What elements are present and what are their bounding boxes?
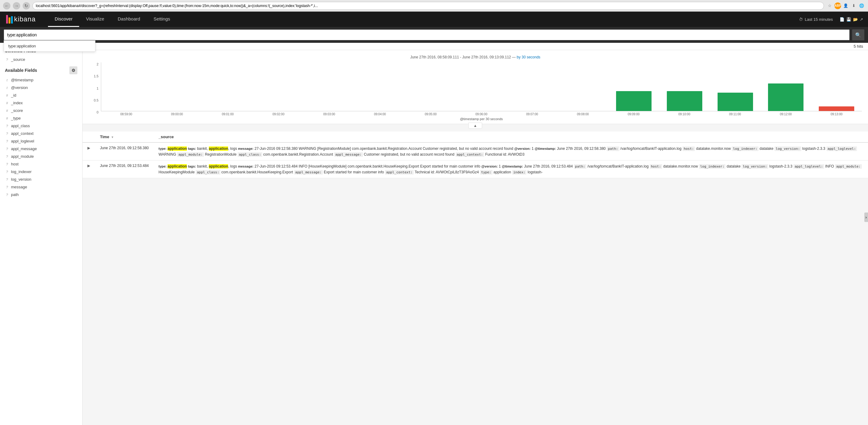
table-col-time[interactable]: Time ▾ [95,131,153,143]
x-label-6: 09:05:00 [405,113,456,116]
search-input[interactable] [4,29,850,40]
search-row: 🔍 [4,29,864,40]
field-id[interactable]: # _id [0,91,82,99]
field-host[interactable]: ? host [0,160,82,168]
right-collapse-button[interactable]: › [864,212,868,222]
ext-icon-3[interactable]: 🌐 [858,2,865,9]
field-version[interactable]: t @version [0,84,82,91]
abp-icon[interactable]: ABP [834,2,841,9]
logo-bar-pink [6,15,8,24]
field-appl-loglevel[interactable]: ? appl_loglevel [0,137,82,145]
field-name: _score [11,108,23,113]
chart-bar-col-13 [761,62,811,111]
chart-date-range: June 27th 2016, 08:58:09.111 - June 27th… [410,55,516,59]
field-name: appl_module [11,154,34,159]
chart-bar-10[interactable] [616,91,652,111]
y-label-0-5: 0.5 [94,98,98,102]
chart-bar-14[interactable] [819,107,854,111]
url-bar[interactable] [32,2,824,10]
field-message[interactable]: ? message [0,183,82,191]
table-header-row: Time ▾ _source [83,131,868,143]
table-row: ▶ June 27th 2016, 09:12:53.484 type: app… [83,160,868,178]
x-label-0: 08:59:00 [101,113,152,116]
sort-icon: ▾ [112,135,113,139]
kibana-logo: kibana [0,11,42,27]
field-name: log_version [11,177,31,182]
field-index[interactable]: # _index [0,99,82,107]
field-type[interactable]: # _type [0,114,82,122]
source-cell-1: type: application tags: bankit, applicat… [153,160,868,178]
tab-visualize[interactable]: Visualize [79,11,111,27]
field-appl-class[interactable]: ? appl_class [0,122,82,130]
chart-y-axis: 2 1.5 1 0.5 0 [89,62,101,121]
chart-area: 08:59:0009:00:0009:01:0009:02:0009:03:00… [101,62,862,121]
chart-bar-col-0 [102,62,153,111]
field-type-q7: ? [5,170,9,174]
chart-bar-13[interactable] [768,84,804,111]
field-log-version[interactable]: ? log_version [0,176,82,183]
toolbar-icon-2[interactable]: 💾 [846,17,851,22]
hits-count: 5 hits [854,44,863,49]
field-appl-context[interactable]: ? appl_context [0,130,82,137]
tab-dashboard[interactable]: Dashboard [111,11,147,27]
chart-bar-11[interactable] [667,91,702,111]
results-table: Time ▾ _source ▶ June 27th 2016, 09:12:5… [83,131,868,178]
kibana-header: kibana Discover Visualize Dashboard Sett… [0,11,868,27]
chart-bar-col-9 [558,62,609,111]
tab-settings[interactable]: Settings [147,11,177,27]
field-timestamp[interactable]: t @timestamp [0,76,82,84]
toolbar-icon-4[interactable]: ↗ [860,17,863,22]
field-type-t2: t [5,86,9,90]
x-label-4: 09:03:00 [304,113,355,116]
browser-bar: ← → ↻ ☆ ABP 👤 ⬇ 🌐 [0,0,868,11]
field-path[interactable]: ? path [0,191,82,199]
header-right: ⏱ Last 15 minutes 📄 💾 📂 ↗ [799,17,868,22]
time-label[interactable]: Last 15 minutes [805,17,833,22]
toolbar-icon-1[interactable]: 📄 [840,17,844,22]
x-label-1: 09:00:00 [152,113,203,116]
chart-bar-col-8 [507,62,558,111]
chart-bar-col-2 [203,62,254,111]
field-type-hash3: # [5,109,9,113]
x-label-7: 09:06:00 [456,113,507,116]
field-score[interactable]: # _score [0,107,82,114]
field-appl-module[interactable]: ? appl_module [0,153,82,160]
clock-icon: ⏱ [799,17,803,22]
gear-button[interactable]: ⚙ [69,66,78,74]
field-name: appl_loglevel [11,139,34,143]
tab-discover[interactable]: Discover [48,11,79,27]
main-nav: Discover Visualize Dashboard Settings [48,11,177,27]
field-type-q4: ? [5,147,9,151]
selected-field-source[interactable]: ? _source [0,56,82,63]
search-button[interactable]: 🔍 [852,29,864,40]
field-type-q9: ? [5,185,9,189]
selected-field-name: _source [11,57,25,62]
x-label-2: 09:01:00 [203,113,253,116]
back-button[interactable]: ← [3,2,10,9]
field-type-q3: ? [5,140,9,143]
toolbar-icon-3[interactable]: 📂 [853,17,858,22]
ext-icon-1[interactable]: 👤 [842,2,849,9]
x-label-12: 09:11:00 [710,113,761,116]
chart-collapse-button[interactable]: ▲ [468,123,483,129]
chart-bar-12[interactable] [718,93,753,111]
star-icon[interactable]: ☆ [827,2,833,9]
field-name: path [11,192,19,197]
refresh-button[interactable]: ↻ [23,2,30,9]
forward-button[interactable]: → [13,2,20,9]
chart-bar-col-14 [811,62,862,111]
search-suggestion[interactable]: type:application [4,41,95,51]
logo-bars [6,15,13,24]
y-label-2: 2 [97,62,98,66]
field-name: @version [11,85,28,90]
field-name: log_indexer [11,170,31,174]
field-log-indexer[interactable]: ? log_indexer [0,168,82,176]
expand-button-0[interactable]: ▶ [88,146,90,150]
expand-button-1[interactable]: ▶ [88,163,90,168]
field-appl-message[interactable]: ? appl_message [0,145,82,153]
chart-bar-col-11 [659,62,710,111]
by-30-seconds-link[interactable]: by 30 seconds [517,55,540,59]
chart-bar-col-10 [609,62,659,111]
ext-icon-2[interactable]: ⬇ [850,2,857,9]
chart-bar-col-7 [457,62,507,111]
